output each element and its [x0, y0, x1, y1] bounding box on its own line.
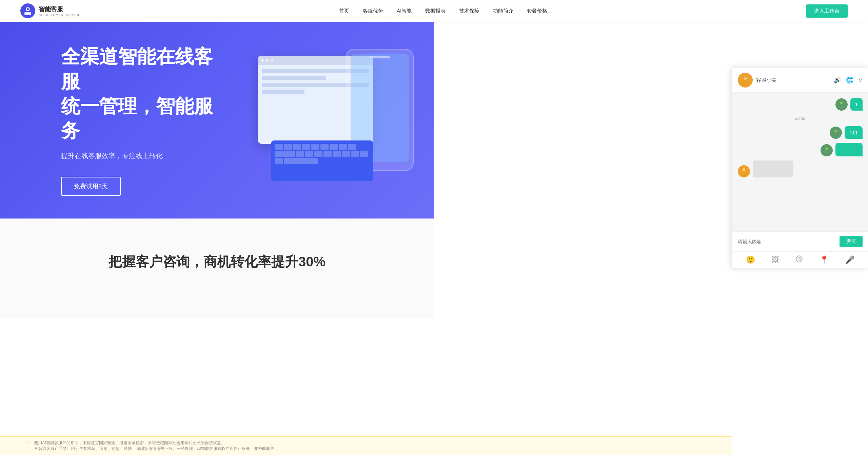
- free-trial-button[interactable]: 免费试用3天: [61, 177, 121, 196]
- keyboard-illustration: [271, 140, 373, 181]
- logo-text: 智能客服 AI CUSTOMER SERVICE: [39, 5, 80, 17]
- navbar: 智能客服 AI CUSTOMER SERVICE 首页 客服优势 AI智能 数据…: [0, 0, 434, 22]
- section2: 把握客户咨询，商机转化率提升30%: [0, 219, 434, 319]
- hero-section: 全渠道智能在线客服 统一管理，智能服务 提升在线客服效率，专注线上转化 免费试用…: [0, 22, 434, 219]
- hero-content: 全渠道智能在线客服 统一管理，智能服务 提升在线客服效率，专注线上转化 免费试用…: [61, 44, 231, 196]
- key: [330, 144, 338, 150]
- key: [302, 144, 310, 150]
- key: [360, 151, 368, 157]
- key: [351, 151, 359, 157]
- key: [342, 151, 350, 157]
- section2-title: 把握客户咨询，商机转化率提升30%: [61, 252, 373, 271]
- browser-dot-3: [271, 59, 273, 62]
- browser-dot-2: [266, 59, 269, 62]
- key: [296, 151, 304, 157]
- nav-home[interactable]: 首页: [339, 8, 349, 14]
- key: [320, 144, 329, 150]
- key: [314, 151, 322, 157]
- key: [339, 144, 347, 150]
- key: [323, 151, 332, 157]
- key: [311, 144, 319, 150]
- hero-subtitle: 提升在线客服效率，专注线上转化: [61, 151, 231, 160]
- key: [275, 158, 283, 164]
- nav-report[interactable]: 数据报表: [425, 8, 434, 14]
- logo-icon: [20, 3, 35, 18]
- hero-illustration: [231, 42, 434, 198]
- browser-row-4: [262, 90, 304, 94]
- key: [293, 144, 301, 150]
- nav-ai[interactable]: AI智能: [397, 8, 412, 14]
- key: [333, 151, 341, 157]
- svg-rect-1: [24, 12, 31, 15]
- key: [275, 151, 295, 157]
- svg-point-2: [27, 8, 29, 10]
- key: [305, 151, 313, 157]
- device-mockup: [258, 42, 434, 185]
- key: [348, 144, 356, 150]
- browser-row-2: [262, 76, 326, 80]
- key: [284, 158, 318, 164]
- key: [275, 144, 283, 150]
- browser-dot-1: [261, 59, 264, 62]
- nav-advantage[interactable]: 客服优势: [363, 8, 383, 14]
- nav-links: 首页 客服优势 AI智能 数据报表 技术保障 功能简介 套餐价格: [339, 8, 434, 14]
- brand-logo[interactable]: 智能客服 AI CUSTOMER SERVICE: [20, 3, 80, 18]
- hero-title: 全渠道智能在线客服 统一管理，智能服务: [61, 44, 231, 143]
- key: [284, 144, 292, 150]
- phone-pill: [370, 56, 390, 58]
